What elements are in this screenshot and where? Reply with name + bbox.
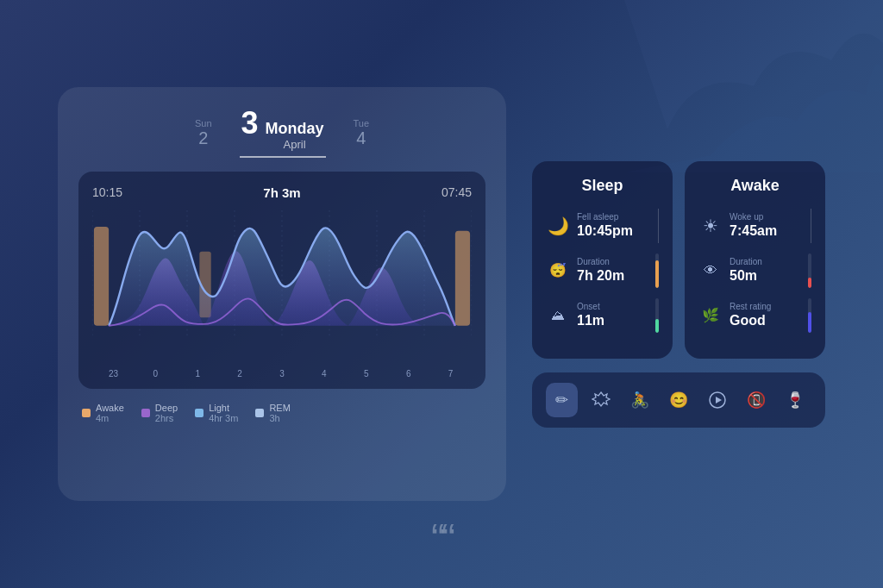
woke-divider bbox=[811, 209, 811, 243]
legend-awake-value: 4m bbox=[96, 413, 124, 423]
prev-day[interactable]: Sun 2 bbox=[195, 118, 212, 148]
fell-asleep-divider bbox=[658, 209, 659, 243]
legend-light-label: Light bbox=[209, 403, 238, 413]
awake-duration-bar bbox=[808, 253, 811, 288]
legend-rem-label: REM bbox=[269, 403, 290, 413]
legend-light-text: Light 4hr 3m bbox=[209, 403, 238, 423]
legend-rem-value: 3h bbox=[269, 413, 290, 423]
legend-rem-dot bbox=[255, 409, 264, 417]
current-day-num: 3 bbox=[241, 108, 258, 139]
legend-light-value: 4hr 3m bbox=[209, 413, 238, 423]
sleep-duration-content: Duration 7h 20m bbox=[570, 257, 655, 284]
x-label-4: 4 bbox=[303, 369, 345, 378]
next-day-num: 4 bbox=[354, 128, 370, 148]
sleep-card-title: Sleep bbox=[546, 177, 659, 195]
chart-header: 10:15 7h 3m 07:45 bbox=[92, 185, 472, 200]
chart-area: 10:15 7h 3m 07:45 bbox=[78, 172, 485, 389]
legend-rem-text: REM 3h bbox=[269, 403, 290, 423]
sleep-card: Sleep 🌙 Fell asleep 10:45pm 😴 Duration 7… bbox=[532, 161, 673, 359]
legend-awake-label: Awake bbox=[96, 403, 124, 413]
woke-up-value: 7:45am bbox=[730, 222, 811, 239]
next-day[interactable]: Tue 4 bbox=[354, 118, 370, 148]
legend-awake-text: Awake 4m bbox=[96, 403, 124, 423]
prev-day-label: Sun bbox=[195, 118, 212, 128]
fell-asleep-content: Fell asleep 10:45pm bbox=[570, 212, 658, 239]
phone-toolbar-button[interactable]: 📵 bbox=[741, 383, 773, 417]
sleep-onset-content: Onset 11m bbox=[570, 302, 655, 328]
legend-light: Light 4hr 3m bbox=[195, 403, 238, 423]
bike-toolbar-button[interactable]: 🚴 bbox=[623, 383, 655, 417]
legend-deep-dot bbox=[141, 409, 150, 417]
awake-duration-value: 50m bbox=[730, 267, 808, 284]
moon-icon: 🌙 bbox=[546, 216, 570, 236]
awake-woke-row: ☀ Woke up 7:45am bbox=[698, 209, 811, 243]
chart-legend: Awake 4m Deep 2hrs Light 4hr 3m bbox=[78, 403, 485, 423]
globe-toolbar-button[interactable] bbox=[585, 383, 617, 417]
woke-up-content: Woke up 7:45am bbox=[723, 212, 811, 239]
fell-asleep-label: Fell asleep bbox=[577, 212, 658, 222]
legend-awake: Awake 4m bbox=[82, 403, 124, 423]
sleep-duration-bar bbox=[655, 253, 659, 288]
mountain-icon: ⛰ bbox=[546, 308, 570, 323]
legend-deep-value: 2hrs bbox=[155, 413, 178, 423]
current-day-name: Monday bbox=[266, 120, 324, 138]
svg-rect-11 bbox=[455, 231, 470, 326]
awake-duration-content: Duration 50m bbox=[723, 257, 808, 284]
awake-card-title: Awake bbox=[698, 177, 811, 195]
pencil-toolbar-button[interactable]: ✏ bbox=[546, 383, 578, 417]
x-axis: 23 0 1 2 3 4 5 6 7 bbox=[92, 366, 472, 378]
svg-marker-12 bbox=[592, 392, 610, 406]
prev-day-num: 2 bbox=[195, 128, 212, 148]
legend-awake-dot bbox=[82, 409, 91, 417]
sleep-onset-value: 11m bbox=[577, 312, 655, 328]
x-label-2: 2 bbox=[219, 369, 261, 378]
svg-marker-14 bbox=[716, 397, 722, 403]
rest-rating-label: Rest rating bbox=[730, 302, 808, 312]
awake-duration-row: 👁 Duration 50m bbox=[698, 253, 811, 288]
eye-closed-icon: 😴 bbox=[546, 262, 570, 278]
leaf-icon: 🌿 bbox=[698, 307, 723, 323]
legend-deep: Deep 2hrs bbox=[141, 403, 178, 423]
sleep-duration-row: 😴 Duration 7h 20m bbox=[546, 253, 659, 288]
sleep-fell-asleep-row: 🌙 Fell asleep 10:45pm bbox=[546, 209, 659, 243]
rest-rating-content: Rest rating Good bbox=[723, 302, 808, 328]
legend-deep-label: Deep bbox=[155, 403, 178, 413]
bg-decoration bbox=[624, 0, 883, 172]
sleep-onset-bar-fill bbox=[655, 319, 659, 333]
x-label-1: 1 bbox=[177, 369, 219, 378]
x-label-7: 7 bbox=[429, 369, 472, 378]
sleep-chart: 23 0 1 2 3 4 5 6 7 bbox=[92, 207, 472, 378]
rest-rating-bar bbox=[808, 298, 811, 333]
sleep-onset-row: ⛰ Onset 11m bbox=[546, 298, 659, 333]
drink-toolbar-button[interactable]: 🍷 bbox=[780, 383, 811, 417]
sleep-duration-value: 7h 20m bbox=[577, 267, 655, 284]
awake-duration-label: Duration bbox=[730, 257, 808, 267]
chart-duration: 7h 3m bbox=[263, 185, 300, 200]
play-toolbar-button[interactable] bbox=[702, 383, 734, 417]
face-toolbar-button[interactable]: 😊 bbox=[662, 383, 694, 417]
legend-deep-text: Deep 2hrs bbox=[155, 403, 178, 423]
rest-rating-row: 🌿 Rest rating Good bbox=[698, 298, 811, 333]
sleep-duration-bar-fill bbox=[655, 260, 659, 288]
quote-marks: ““ bbox=[431, 515, 452, 562]
current-day: 3 Monday April bbox=[240, 108, 326, 158]
icon-toolbar: ✏ 🚴 😊 📵 🍷 bbox=[532, 372, 825, 428]
chart-start-time: 10:15 bbox=[92, 185, 122, 200]
legend-light-dot bbox=[195, 409, 204, 417]
x-label-3: 3 bbox=[261, 369, 304, 378]
rest-rating-bar-fill bbox=[808, 312, 811, 333]
x-label-0: 0 bbox=[135, 369, 177, 378]
woke-up-label: Woke up bbox=[730, 212, 811, 222]
rest-rating-value: Good bbox=[730, 312, 808, 328]
current-month-name: April bbox=[266, 138, 324, 151]
sleep-onset-bar bbox=[655, 298, 659, 333]
right-panel: Sleep 🌙 Fell asleep 10:45pm 😴 Duration 7… bbox=[532, 161, 825, 428]
awake-duration-bar-fill bbox=[808, 278, 811, 288]
date-navigation: Sun 2 3 Monday April Tue 4 bbox=[78, 108, 485, 158]
svg-rect-9 bbox=[94, 227, 109, 326]
legend-rem: REM 3h bbox=[255, 403, 290, 423]
chart-end-time: 07:45 bbox=[442, 185, 472, 200]
next-day-label: Tue bbox=[354, 118, 370, 128]
x-label-23: 23 bbox=[92, 369, 135, 378]
left-panel: Sun 2 3 Monday April Tue 4 10:15 bbox=[58, 87, 506, 501]
